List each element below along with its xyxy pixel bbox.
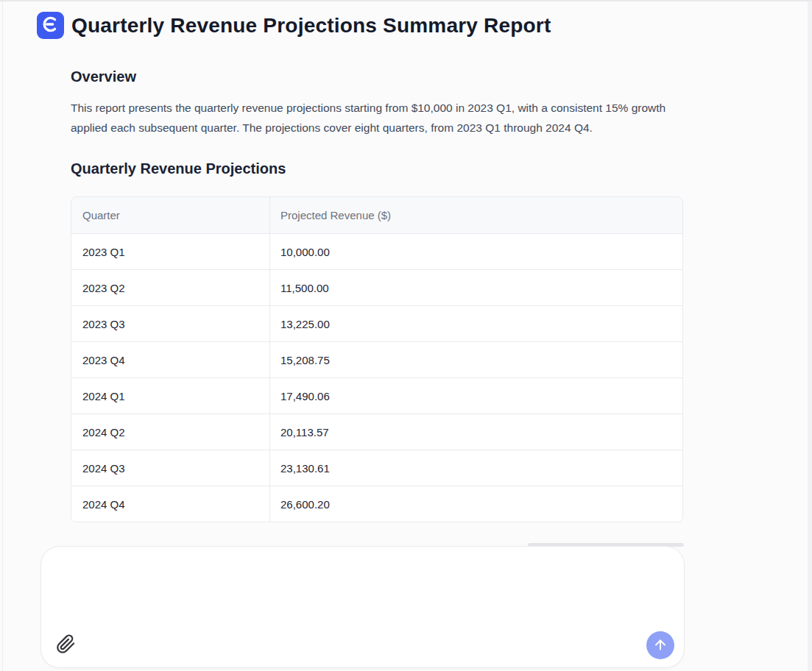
- cell-quarter: 2024 Q3: [71, 450, 269, 486]
- arrow-up-icon: [652, 636, 668, 655]
- overview-paragraph: This report presents the quarterly reven…: [71, 98, 683, 138]
- cell-quarter: 2024 Q2: [71, 413, 269, 450]
- table-row: 2024 Q4 26,600.20: [71, 486, 682, 522]
- cell-revenue: 13,225.00: [269, 305, 682, 341]
- table-row: 2023 Q1 10,000.00: [71, 233, 682, 269]
- window-left-border: [2, 1, 3, 671]
- cell-revenue: 20,113.57: [269, 413, 682, 450]
- cell-revenue: 15,208.75: [269, 341, 682, 377]
- cell-revenue: 23,130.61: [269, 450, 682, 486]
- vertical-scrollbar[interactable]: [808, 1, 812, 671]
- table-row: 2024 Q3 23,130.61: [71, 450, 682, 486]
- cell-quarter: 2023 Q1: [71, 233, 269, 269]
- cell-quarter: 2023 Q4: [71, 341, 269, 377]
- app-logo: [37, 12, 64, 39]
- cell-revenue: 11,500.00: [269, 269, 682, 305]
- cell-quarter: 2024 Q4: [71, 486, 269, 522]
- table-row: 2024 Q1 17,490.06: [71, 377, 682, 413]
- table-header-row: Quarter Projected Revenue ($): [71, 197, 682, 233]
- table-row: 2023 Q2 11,500.00: [71, 269, 682, 305]
- paperclip-icon: [56, 634, 76, 656]
- report-header: Quarterly Revenue Projections Summary Re…: [0, 1, 812, 39]
- cell-revenue: 17,490.06: [269, 377, 682, 413]
- message-composer[interactable]: [40, 546, 685, 668]
- table-row: 2024 Q2 20,113.57: [71, 413, 682, 450]
- cell-revenue: 26,600.20: [269, 486, 682, 522]
- table-row: 2023 Q4 15,208.75: [71, 341, 682, 377]
- column-header-quarter: Quarter: [71, 197, 269, 233]
- cell-quarter: 2024 Q1: [71, 377, 269, 413]
- column-header-revenue: Projected Revenue ($): [269, 197, 682, 233]
- attach-file-button[interactable]: [54, 633, 77, 657]
- cell-revenue: 10,000.00: [269, 233, 682, 269]
- projections-table: Quarter Projected Revenue ($) 2023 Q1 10…: [71, 196, 683, 522]
- cell-quarter: 2023 Q3: [71, 305, 269, 341]
- table-row: 2023 Q3 13,225.00: [71, 305, 682, 341]
- overview-heading: Overview: [71, 68, 812, 85]
- send-message-button[interactable]: [646, 631, 674, 659]
- logo-e-icon: [42, 15, 60, 36]
- projections-heading: Quarterly Revenue Projections: [71, 160, 812, 177]
- message-input[interactable]: [57, 558, 668, 632]
- page-title: Quarterly Revenue Projections Summary Re…: [71, 14, 551, 38]
- cell-quarter: 2023 Q2: [71, 269, 269, 305]
